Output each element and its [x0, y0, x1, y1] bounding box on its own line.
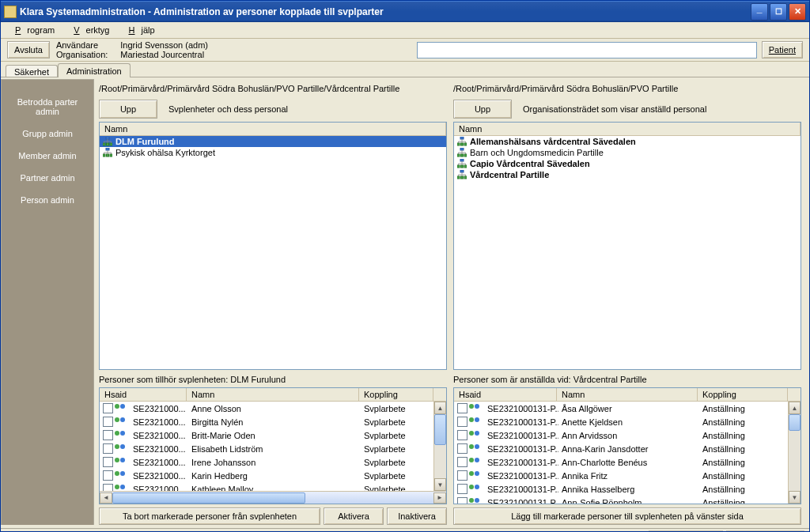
- person-row[interactable]: SE2321000131-P...Anna-Karin JansdotterAn…: [454, 442, 788, 455]
- person-row[interactable]: SE2321000131-P...Ann ArvidssonAnställnin…: [454, 428, 788, 442]
- org-chart-icon: [103, 148, 112, 157]
- side-nav-item[interactable]: Person admin: [2, 189, 93, 211]
- right-upp-button[interactable]: Upp: [453, 100, 512, 119]
- person-row[interactable]: SE2321000...Kathleen MalloySvplarbete: [100, 482, 433, 491]
- person-row[interactable]: SE2321000131-P...Åsa AllgöwerAnställning: [454, 402, 788, 415]
- tree-item[interactable]: DLM Furulund: [100, 136, 446, 147]
- person-checkbox[interactable]: [457, 403, 467, 413]
- people-icon: [115, 444, 127, 454]
- person-checkbox[interactable]: [457, 484, 467, 494]
- tree-item[interactable]: Capio Vårdcentral Sävedalen: [454, 158, 801, 169]
- cell-koppling: Anställning: [699, 444, 788, 454]
- remove-persons-button[interactable]: Ta bort markerade personer från svplenhe…: [99, 507, 320, 525]
- scroll-right-icon[interactable]: ►: [433, 492, 446, 504]
- tree-item[interactable]: Barn och Ungdomsmedicin Partille: [454, 147, 801, 158]
- menu-verktyg[interactable]: Verktyg: [61, 24, 115, 36]
- cell-namn: Birgitta Nylén: [188, 417, 361, 427]
- left-col-namn[interactable]: Namn: [187, 388, 359, 401]
- right-people-vscroll[interactable]: ▲ ▼: [788, 402, 801, 504]
- person-row[interactable]: SE2321000...Birgitta NylénSvplarbete: [100, 415, 433, 428]
- menu-hjalp[interactable]: Hjälp: [116, 24, 161, 36]
- person-row[interactable]: SE2321000...Karin HedbergSvplarbete: [100, 469, 433, 482]
- person-checkbox[interactable]: [103, 417, 113, 427]
- cell-hsaid: SE2321000131-P...: [484, 498, 558, 504]
- svg-rect-8: [460, 137, 464, 139]
- aktivera-button[interactable]: Aktivera: [324, 507, 384, 525]
- person-row[interactable]: SE2321000...Britt-Marie OdenSvplarbete: [100, 428, 433, 442]
- window-minimize-button[interactable]: [751, 3, 768, 21]
- person-checkbox[interactable]: [103, 430, 113, 440]
- tab-sakerhet[interactable]: Säkerhet: [6, 65, 58, 77]
- person-row[interactable]: SE2321000...Anne OlssonSvplarbete: [100, 402, 433, 415]
- left-people-hscroll[interactable]: ◄ ►: [100, 491, 446, 504]
- person-row[interactable]: SE2321000131-P...Anette KjeldsenAnställn…: [454, 415, 788, 428]
- left-tree[interactable]: DLM FurulundPsykisk ohälsa Kyrktorget: [100, 136, 446, 369]
- add-persons-button[interactable]: Lägg till markerade personer till svplen…: [453, 507, 801, 525]
- person-checkbox[interactable]: [457, 470, 467, 481]
- organisation-value: Mariestad Jourcentral: [120, 50, 208, 59]
- right-tree[interactable]: Allemanshälsans vårdcentral SävedalenBar…: [454, 136, 801, 369]
- cell-hsaid: SE2321000131-P...: [484, 404, 558, 413]
- left-people-vscroll[interactable]: ▲ ▼: [433, 402, 446, 491]
- window-maximize-button[interactable]: [770, 3, 787, 21]
- anvandare-value: Ingrid Svensson (adm): [120, 40, 208, 50]
- tree-item[interactable]: Vårdcentral Partille: [454, 169, 801, 180]
- people-icon: [469, 417, 482, 427]
- window-close-button[interactable]: [789, 3, 806, 21]
- person-checkbox[interactable]: [103, 443, 113, 454]
- scroll-left-icon[interactable]: ◄: [100, 492, 112, 504]
- left-col-koppling[interactable]: Koppling: [359, 388, 433, 401]
- person-row[interactable]: SE2321000131-P...Annika HasselbergAnstäl…: [454, 482, 788, 496]
- side-nav-item[interactable]: Betrodda parter admin: [2, 91, 93, 123]
- tree-item[interactable]: Allemanshälsans vårdcentral Sävedalen: [454, 136, 801, 147]
- scroll-down-icon[interactable]: ▼: [434, 478, 446, 491]
- cell-hsaid: SE2321000...: [130, 431, 188, 440]
- person-row[interactable]: SE2321000...Elisabeth LidströmSvplarbete: [100, 442, 433, 455]
- cell-koppling: Anställning: [699, 417, 788, 427]
- person-row[interactable]: SE2321000131-P...Annika FritzAnställning: [454, 469, 788, 482]
- org-chart-icon: [103, 137, 112, 146]
- patient-input[interactable]: [417, 42, 757, 58]
- person-checkbox[interactable]: [103, 403, 113, 413]
- left-col-hsaid[interactable]: Hsaid: [100, 388, 187, 401]
- patient-button[interactable]: Patient: [762, 41, 803, 58]
- person-checkbox[interactable]: [457, 417, 467, 427]
- avsluta-button[interactable]: Avsluta: [7, 41, 50, 58]
- left-upp-button[interactable]: Upp: [99, 100, 157, 119]
- cell-koppling: Anställning: [699, 471, 788, 481]
- cell-koppling: Anställning: [699, 485, 788, 494]
- tree-item[interactable]: Psykisk ohälsa Kyrktorget: [100, 147, 446, 158]
- menu-program[interactable]: Program: [2, 24, 61, 36]
- side-nav-item[interactable]: Partner admin: [2, 167, 93, 189]
- cell-namn: Britt-Marie Oden: [188, 431, 361, 440]
- left-tree-header-namn[interactable]: Namn: [100, 123, 446, 135]
- person-row[interactable]: SE2321000131-P...Ann-Sofie RönnholmAnstä…: [454, 496, 788, 504]
- cell-namn: Ann-Sofie Rönnholm: [558, 498, 699, 504]
- person-row[interactable]: SE2321000131-P...Ann-Charlotte BenéusAns…: [454, 455, 788, 469]
- right-col-koppling[interactable]: Koppling: [698, 388, 788, 401]
- svg-rect-21: [457, 176, 460, 179]
- side-nav-item[interactable]: Member admin: [2, 145, 93, 167]
- person-checkbox[interactable]: [103, 470, 113, 481]
- side-nav-item[interactable]: Grupp admin: [2, 123, 93, 145]
- person-checkbox[interactable]: [457, 430, 467, 440]
- inaktivera-button[interactable]: Inaktivera: [387, 507, 447, 525]
- person-checkbox[interactable]: [457, 457, 467, 467]
- person-checkbox[interactable]: [457, 497, 467, 504]
- svg-rect-12: [460, 148, 464, 150]
- person-checkbox[interactable]: [103, 484, 113, 491]
- people-icon: [115, 471, 127, 481]
- right-tree-header-namn[interactable]: Namn: [454, 123, 801, 135]
- tab-administration[interactable]: Administration: [58, 63, 131, 77]
- person-checkbox[interactable]: [103, 457, 113, 467]
- status-bar: Färdig Version: 1.4.0.0 Körmiljö: Defaul…: [1, 528, 809, 532]
- right-col-namn[interactable]: Namn: [557, 388, 698, 401]
- window-titlebar: Klara Systemadministration - Administrat…: [1, 1, 809, 22]
- person-row[interactable]: SE2321000...Irene JohanssonSvplarbete: [100, 455, 433, 469]
- scroll-down-icon[interactable]: ▼: [789, 491, 801, 504]
- scroll-up-icon[interactable]: ▲: [434, 402, 446, 414]
- right-col-hsaid[interactable]: Hsaid: [454, 388, 557, 401]
- people-icon: [115, 458, 127, 467]
- scroll-up-icon[interactable]: ▲: [789, 402, 801, 414]
- person-checkbox[interactable]: [457, 443, 467, 454]
